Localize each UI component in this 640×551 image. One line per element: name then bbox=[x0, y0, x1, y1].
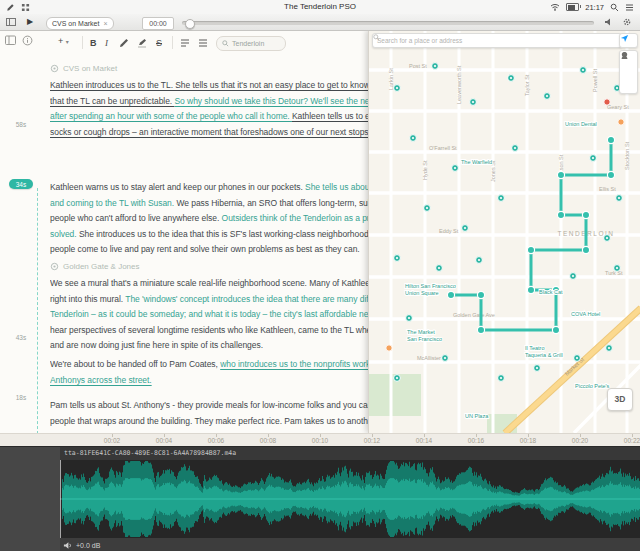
street-label: Post St bbox=[409, 63, 427, 69]
locate-button[interactable] bbox=[619, 33, 638, 48]
street-label: Turk St bbox=[605, 270, 623, 276]
duration-badge[interactable]: 58s bbox=[9, 121, 33, 128]
text-segment: and are now doing just fine here in spit… bbox=[50, 340, 263, 350]
play-button[interactable]: ▶ bbox=[27, 16, 33, 28]
audio-timeline-ruler[interactable]: 00:0200:0400:0600:0800:1000:1200:1400:16… bbox=[0, 433, 640, 447]
map-search-input[interactable]: Search for a place or address bbox=[372, 33, 622, 48]
menu-bar: The Tenderloin PSO 21:17 bbox=[0, 0, 640, 15]
poi-marker-dot bbox=[616, 267, 618, 269]
section-pin-icon bbox=[50, 64, 59, 73]
person-icon[interactable] bbox=[620, 51, 629, 60]
text-segment: after spending an hour with some of the … bbox=[50, 111, 292, 121]
route-stop[interactable] bbox=[527, 246, 534, 253]
route-stop[interactable] bbox=[527, 286, 534, 293]
poi-marker-dot bbox=[454, 167, 456, 169]
sidebar-toggle-icon[interactable] bbox=[6, 17, 16, 27]
route-stop[interactable] bbox=[582, 246, 589, 253]
section-header[interactable]: CVS on Market bbox=[50, 64, 117, 73]
map-tools-pill[interactable] bbox=[619, 50, 638, 94]
poi-marker-dot bbox=[412, 137, 414, 139]
duration-badge[interactable]: 34s bbox=[9, 179, 33, 189]
gear-icon[interactable] bbox=[622, 17, 632, 27]
speaker-icon[interactable] bbox=[604, 17, 614, 27]
poi-marker-dot bbox=[472, 101, 474, 103]
street-label: Stockton St bbox=[624, 141, 630, 170]
duration-badge[interactable]: 43s bbox=[9, 334, 33, 341]
street-label: Powell St bbox=[592, 69, 598, 92]
route-stop[interactable] bbox=[477, 326, 484, 333]
text-segment: Tenderloin – as it could be someday; and… bbox=[50, 309, 415, 319]
ruler-time: 00:04 bbox=[156, 437, 172, 444]
poi-marker-dot bbox=[608, 347, 610, 349]
poi-marker-dot bbox=[408, 317, 410, 319]
poi-marker-dot bbox=[572, 275, 574, 277]
search-icon bbox=[373, 34, 380, 41]
poi-marker-dot bbox=[592, 157, 594, 159]
list-icon[interactable] bbox=[625, 3, 634, 12]
section-label: CVS on Market bbox=[63, 64, 117, 73]
ruler-time: 00:14 bbox=[416, 437, 432, 444]
route-stop[interactable] bbox=[557, 211, 564, 218]
spotlight-icon[interactable] bbox=[610, 3, 619, 12]
poi-label: Black Cat bbox=[539, 289, 563, 295]
ruler-time: 00:06 bbox=[208, 437, 224, 444]
map-3d-button[interactable]: 3D bbox=[607, 388, 633, 411]
street-label: Eddy St bbox=[439, 228, 459, 234]
speaker-icon[interactable] bbox=[63, 541, 72, 550]
text-segment: Anthonys across the street. bbox=[50, 375, 152, 385]
duration-badge[interactable]: 18s bbox=[9, 394, 33, 401]
poi-marker-dot bbox=[582, 69, 584, 71]
poi-marker-dot bbox=[438, 267, 440, 269]
scrubber-track[interactable] bbox=[182, 21, 594, 25]
ruler-time: 00:12 bbox=[364, 437, 380, 444]
route-stop[interactable] bbox=[477, 291, 484, 298]
wifi-icon[interactable] bbox=[550, 3, 560, 11]
ruler-time: 00:22 bbox=[624, 437, 640, 444]
map-pane[interactable]: Post StGeary StO'Farrell StEllis StEddy … bbox=[368, 30, 640, 433]
transport-toolbar: ▶ CVS on Market × 00:00 bbox=[0, 14, 640, 31]
poi-marker-dot bbox=[618, 197, 620, 199]
poi-marker-dot bbox=[576, 357, 578, 359]
poi-label: The Warfield bbox=[461, 159, 492, 165]
section-header[interactable]: Golden Gate & Jones bbox=[50, 262, 140, 271]
street-label: O'Farrell St bbox=[429, 145, 457, 151]
poi-marker-dot bbox=[464, 227, 466, 229]
text-segment: people who can't afford to live anywhere… bbox=[50, 213, 222, 223]
scrubber-handle[interactable] bbox=[185, 19, 195, 29]
route-stop[interactable] bbox=[557, 171, 564, 178]
poi-marker-dot bbox=[616, 87, 618, 89]
gain-label: +0.0 dB bbox=[76, 542, 100, 549]
poi-marker-orange[interactable] bbox=[386, 345, 392, 351]
waveform-canvas[interactable] bbox=[60, 460, 640, 538]
poi-marker-red[interactable] bbox=[604, 99, 610, 105]
map-canvas[interactable]: Post StGeary StO'Farrell StEllis StEddy … bbox=[369, 30, 640, 433]
street-label: Geary St bbox=[607, 104, 629, 110]
close-icon[interactable]: × bbox=[103, 20, 107, 27]
poi-label: Union Dental bbox=[565, 121, 597, 127]
text-segment: Kathleen warns us to stay alert and keep… bbox=[50, 182, 305, 192]
route-stop[interactable] bbox=[607, 171, 614, 178]
poi-marker-dot bbox=[444, 357, 446, 359]
poi-marker-dot bbox=[500, 377, 502, 379]
battery-icon bbox=[566, 3, 579, 11]
section-pill-label: CVS on Market bbox=[52, 20, 99, 27]
text-segment: right into this mural. bbox=[50, 294, 125, 304]
street-label: Taylor St bbox=[524, 74, 530, 96]
poi-marker-dot bbox=[478, 259, 480, 261]
waveform-footer: +0.0 dB bbox=[60, 538, 640, 551]
poi-marker-orange[interactable] bbox=[618, 119, 624, 125]
poi-marker-dot bbox=[500, 197, 502, 199]
route-stop[interactable] bbox=[607, 136, 614, 143]
ruler-time: 00:08 bbox=[260, 437, 276, 444]
route-stop[interactable] bbox=[447, 291, 454, 298]
street-label: Ellis St bbox=[599, 186, 616, 192]
poi-marker-dot bbox=[510, 77, 512, 79]
playback-time: 00:00 bbox=[142, 17, 174, 30]
poi-marker-dot bbox=[536, 367, 538, 369]
section-label: Golden Gate & Jones bbox=[63, 262, 140, 271]
audio-file-name: tta-81FE641C-CA80-489E-8C81-6A4A78984B87… bbox=[60, 447, 640, 461]
section-pin-icon bbox=[50, 262, 59, 271]
section-filter-pill[interactable]: CVS on Market × bbox=[46, 17, 114, 30]
route-stop[interactable] bbox=[552, 326, 559, 333]
route-stop[interactable] bbox=[582, 211, 589, 218]
